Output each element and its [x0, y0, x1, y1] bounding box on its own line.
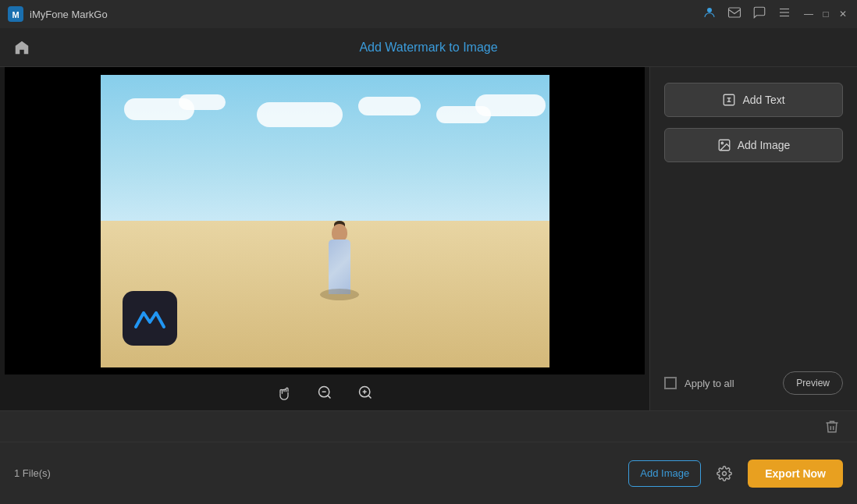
main-content: Add Text Add Image Apply to all Preview [0, 67, 857, 410]
apply-all-label: Apply to all [685, 378, 775, 389]
window-controls: — □ ✕ [802, 8, 849, 20]
cloud [358, 97, 421, 115]
add-text-button[interactable]: Add Text [664, 83, 843, 117]
add-image-panel-label: Add Image [738, 139, 791, 151]
beach-image [101, 75, 549, 367]
svg-point-20 [723, 471, 727, 475]
canvas-area [0, 67, 650, 410]
svg-rect-3 [729, 8, 741, 17]
figure-head [332, 224, 347, 241]
apply-all-checkbox[interactable] [664, 377, 677, 389]
svg-line-8 [328, 396, 331, 399]
add-text-label: Add Text [742, 94, 784, 106]
bottom-section: 1 File(s) Add Image Export Now [0, 410, 857, 504]
titlebar: M iMyFone MarkGo — □ ✕ [0, 0, 857, 28]
page-title: Add Watermark to Image [359, 41, 497, 55]
cloud [257, 102, 343, 127]
cloud [475, 94, 546, 116]
minimize-button[interactable]: — [802, 8, 815, 20]
preview-button[interactable]: Preview [783, 371, 843, 395]
app-icon: M [8, 6, 23, 22]
figure-body [329, 240, 350, 294]
zoom-out-button[interactable] [312, 380, 337, 405]
file-count: 1 File(s) [14, 467, 619, 479]
home-button[interactable] [11, 37, 33, 59]
add-image-button[interactable]: Add Image [628, 460, 701, 487]
chat-icon[interactable] [752, 5, 766, 23]
add-image-panel-button[interactable]: Add Image [664, 128, 843, 162]
image-preview-container [5, 67, 645, 374]
panel-spacer [664, 173, 843, 360]
menu-icon[interactable] [777, 5, 791, 23]
watermark-image-overlay[interactable] [123, 291, 177, 346]
hand-tool-button[interactable] [272, 380, 297, 405]
maximize-button[interactable]: □ [820, 8, 832, 20]
header: Add Watermark to Image [0, 28, 857, 67]
figure-shadow [320, 289, 359, 300]
trash-row [0, 411, 857, 442]
svg-point-2 [707, 8, 712, 12]
svg-text:M: M [12, 10, 19, 20]
export-button[interactable]: Export Now [748, 460, 843, 488]
figure [316, 201, 363, 294]
app-title: iMyFone MarkGo [30, 9, 702, 20]
clouds-layer [101, 91, 549, 155]
mail-icon[interactable] [727, 5, 741, 23]
user-icon[interactable] [702, 5, 717, 23]
settings-button[interactable] [710, 460, 738, 488]
zoom-in-button[interactable] [353, 380, 378, 405]
delete-button[interactable] [821, 416, 843, 442]
svg-point-19 [721, 142, 723, 144]
svg-line-11 [368, 396, 372, 399]
right-panel: Add Text Add Image Apply to all Preview [650, 67, 857, 410]
canvas-toolbar [272, 374, 378, 410]
bottom-bar: 1 File(s) Add Image Export Now [0, 442, 857, 504]
panel-bottom: Apply to all Preview [664, 371, 843, 395]
cloud [179, 94, 226, 110]
close-button[interactable]: ✕ [837, 8, 849, 20]
